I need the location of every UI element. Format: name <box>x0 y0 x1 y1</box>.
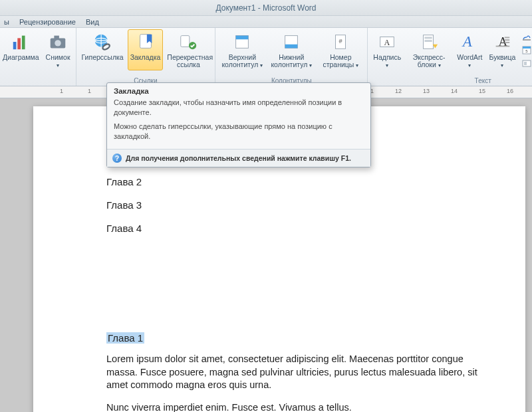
svg-text:A: A <box>384 38 390 47</box>
ruler-tick: 13 <box>423 88 430 94</box>
footer-icon <box>281 31 302 52</box>
body-paragraph[interactable]: Nunc viverra imperdiet enim. Fusce est. … <box>106 401 492 412</box>
svg-rect-5 <box>54 36 59 39</box>
ribbon: Диаграмма Снимок▾ Гиперссылка <box>0 28 532 86</box>
svg-text:#: # <box>339 38 343 45</box>
page-number-icon: # <box>330 31 351 52</box>
toc-item[interactable]: Глава 3 <box>106 199 492 211</box>
textbox-button[interactable]: A Надпись▾ <box>370 29 404 71</box>
svg-text:A: A <box>461 34 475 51</box>
group-links: Гиперссылка Закладка Перекрестная ссылка… <box>76 28 216 86</box>
wordart-icon: A <box>459 31 480 52</box>
ruler-tick: 1 <box>60 88 63 94</box>
ruler-tick: 1 <box>88 88 91 94</box>
tooltip-text-2: Можно сделать гиперссылки, указывающие п… <box>114 122 364 142</box>
quickparts-button[interactable]: Экспресс-блоки ▾ <box>405 29 453 71</box>
svg-rect-25 <box>505 37 510 39</box>
crossref-button[interactable]: Перекрестная ссылка <box>164 29 212 70</box>
calendar-icon: 5 <box>521 45 532 55</box>
title-bar: Документ1 - Microsoft Word <box>0 0 532 16</box>
svg-rect-13 <box>236 36 249 40</box>
globe-link-icon <box>92 31 113 52</box>
cross-reference-icon <box>178 31 199 52</box>
svg-rect-26 <box>505 39 510 41</box>
svg-rect-22 <box>425 40 432 42</box>
group-text-label: Текст <box>370 76 532 86</box>
svg-rect-10 <box>181 36 190 47</box>
svg-rect-1 <box>18 38 21 49</box>
object-button[interactable]: Объект▾ <box>519 57 532 69</box>
svg-rect-31 <box>523 47 531 49</box>
object-icon <box>521 58 532 68</box>
tab-start-partial[interactable]: ы <box>4 16 9 28</box>
tooltip-help-text: Для получения дополнительных сведений на… <box>126 154 351 162</box>
body-paragraph[interactable]: Lorem ipsum dolor sit amet, consectetuer… <box>106 353 492 392</box>
quick-parts-icon <box>418 31 440 52</box>
toc-item[interactable]: Глава 2 <box>106 176 492 187</box>
svg-rect-15 <box>285 45 298 49</box>
ruler-tick: 16 <box>507 88 513 94</box>
svg-rect-28 <box>496 46 510 47</box>
ruler-tick: 15 <box>479 88 485 94</box>
group-headerfooter: Верхний колонтитул ▾ Нижний колонтитул ▾… <box>215 28 368 86</box>
group-illustrations: Диаграмма Снимок▾ <box>0 28 76 86</box>
ruler-tick: 12 <box>395 88 402 94</box>
textbox-icon: A <box>376 31 398 52</box>
screenshot-button[interactable]: Снимок▾ <box>43 29 73 71</box>
svg-rect-0 <box>13 42 17 49</box>
group-text: A Надпись▾ Экспресс-блоки ▾ A WordArt▾ A <box>368 28 532 86</box>
bookmark-button[interactable]: Закладка <box>128 29 164 70</box>
chart-icon <box>10 31 31 52</box>
tab-view[interactable]: Вид <box>86 16 99 28</box>
svg-rect-21 <box>425 37 432 39</box>
signature-line-button[interactable]: Строка подписи▾ <box>519 31 532 43</box>
tab-review[interactable]: Рецензирование <box>19 16 76 28</box>
svg-rect-2 <box>22 36 25 50</box>
toc-item[interactable]: Глава 4 <box>106 223 492 234</box>
pagenumber-button[interactable]: # Номер страницы ▾ <box>317 29 364 71</box>
bookmark-icon <box>135 31 156 52</box>
signature-icon <box>521 31 532 42</box>
window-title: Документ1 - Microsoft Word <box>215 3 316 13</box>
dropcap-icon: A <box>491 31 513 52</box>
datetime-button[interactable]: 5 Дата и время <box>519 44 532 56</box>
tooltip-title: Закладка <box>107 83 370 98</box>
camera-icon <box>47 31 68 52</box>
tooltip-text-1: Создание закладки, чтобы назначить имя о… <box>114 98 364 118</box>
header-button[interactable]: Верхний колонтитул ▾ <box>218 29 266 71</box>
svg-rect-27 <box>505 42 510 43</box>
ruler-tick: 14 <box>451 88 458 94</box>
chart-button[interactable]: Диаграмма <box>0 29 42 71</box>
bookmark-tooltip: Закладка Создание закладки, чтобы назнач… <box>106 82 371 167</box>
svg-rect-34 <box>524 62 527 65</box>
help-icon: ? <box>112 154 122 163</box>
dropcap-button[interactable]: A Буквица▾ <box>487 29 519 71</box>
header-icon <box>231 31 253 52</box>
wordart-button[interactable]: A WordArt▾ <box>454 29 485 71</box>
footer-button[interactable]: Нижний колонтитул ▾ <box>267 29 315 71</box>
selected-heading[interactable]: Глава 1 <box>106 332 144 344</box>
hyperlink-button[interactable]: Гиперссылка <box>79 29 126 70</box>
svg-point-4 <box>55 40 61 46</box>
ribbon-tabstrip: ы Рецензирование Вид <box>0 16 532 28</box>
